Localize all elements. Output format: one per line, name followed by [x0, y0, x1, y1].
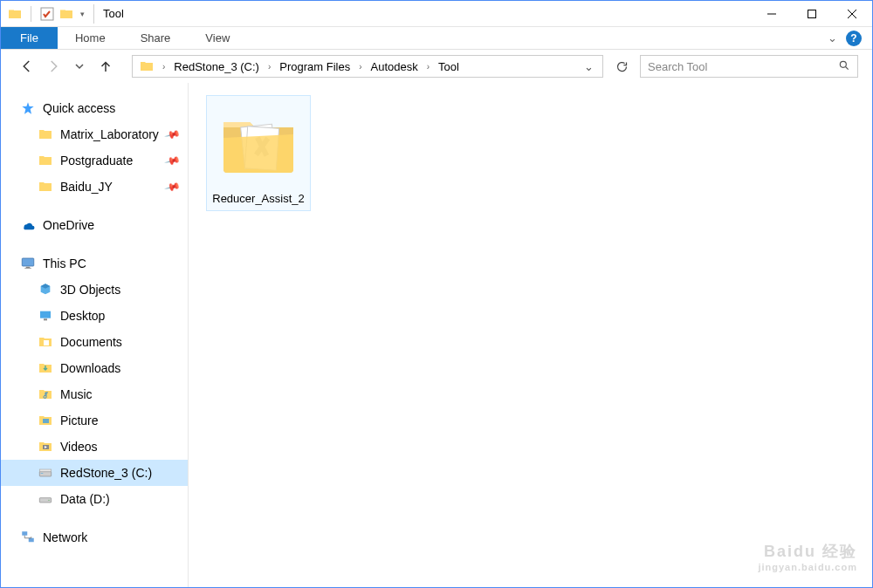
nav-label: Videos	[60, 440, 188, 454]
forward-button[interactable]	[41, 54, 65, 79]
file-tab[interactable]: File	[1, 27, 58, 49]
documents-icon	[38, 334, 53, 350]
breadcrumb[interactable]: › RedStone_3 (C:) › Program Files › Auto…	[132, 55, 603, 78]
pin-icon: 📌	[164, 178, 182, 195]
nav-label: RedStone_3 (C:)	[60, 466, 188, 480]
folder-icon	[59, 7, 73, 21]
nav-3d-objects[interactable]: 3D Objects	[1, 277, 188, 303]
nav-label: Picture	[60, 414, 188, 427]
nav-desktop[interactable]: Desktop	[1, 303, 188, 329]
tab-home[interactable]: Home	[58, 27, 123, 49]
separator	[93, 4, 94, 24]
breadcrumb-segment[interactable]: Tool	[433, 56, 464, 77]
back-button[interactable]	[15, 54, 39, 79]
nav-label: Postgraduate	[60, 154, 159, 168]
nav-network[interactable]: Network	[1, 524, 188, 550]
help-icon[interactable]: ?	[846, 31, 862, 46]
nav-downloads[interactable]: Downloads	[1, 355, 188, 381]
drive-icon	[38, 465, 53, 481]
minimize-button[interactable]	[752, 1, 792, 27]
svg-rect-14	[39, 498, 51, 503]
desktop-icon	[38, 308, 53, 324]
recent-locations-button[interactable]	[67, 54, 92, 79]
refresh-button[interactable]	[608, 55, 635, 78]
content-area: Quick access Matrix_Laboratory 📌 Postgra…	[1, 83, 872, 587]
breadcrumb-segment[interactable]: RedStone_3 (C:)	[168, 56, 265, 77]
search-input[interactable]	[648, 60, 838, 73]
file-list[interactable]: Reducer_Assist_2	[189, 83, 872, 587]
nav-label: Network	[43, 530, 188, 544]
folder-icon	[38, 153, 53, 168]
nav-drive-d[interactable]: Data (D:)	[1, 486, 188, 512]
svg-point-2	[840, 61, 846, 67]
separator	[31, 6, 31, 22]
svg-rect-12	[41, 473, 44, 474]
search-icon[interactable]	[838, 59, 850, 74]
search-box[interactable]	[640, 55, 858, 78]
onedrive-icon	[20, 217, 36, 233]
tab-share[interactable]: Share	[123, 27, 189, 49]
nav-label: Music	[60, 387, 188, 401]
nav-label: This PC	[43, 256, 188, 270]
properties-checkbox-icon[interactable]	[40, 7, 54, 21]
close-button[interactable]	[832, 1, 872, 27]
nav-label: Downloads	[60, 361, 188, 375]
up-button[interactable]	[93, 54, 118, 79]
tab-view[interactable]: View	[188, 27, 247, 49]
chevron-right-icon[interactable]: ›	[265, 56, 274, 77]
ribbon-expand-icon[interactable]: ⌄	[828, 31, 837, 44]
nav-music[interactable]: Music	[1, 381, 188, 407]
svg-rect-11	[39, 472, 51, 476]
3d-objects-icon	[38, 282, 53, 297]
folder-icon	[38, 179, 53, 195]
nav-label: Matrix_Laboratory	[60, 127, 159, 141]
folder-icon	[38, 126, 53, 142]
nav-quick-access-item[interactable]: Postgraduate 📌	[1, 147, 188, 174]
breadcrumb-segment[interactable]: Program Files	[274, 56, 355, 77]
svg-rect-13	[39, 469, 51, 472]
nav-pictures[interactable]: Picture	[1, 407, 188, 434]
nav-videos[interactable]: Videos	[1, 434, 188, 460]
breadcrumb-segment[interactable]: Autodesk	[366, 56, 423, 77]
nav-this-pc[interactable]: This PC	[1, 250, 188, 277]
downloads-icon	[38, 360, 53, 376]
address-bar-row: › RedStone_3 (C:) › Program Files › Auto…	[1, 50, 872, 83]
nav-label: OneDrive	[43, 218, 188, 232]
chevron-right-icon[interactable]: ›	[355, 56, 365, 77]
nav-drive-c[interactable]: RedStone_3 (C:)	[1, 460, 188, 486]
address-dropdown-icon[interactable]: ⌄	[577, 56, 601, 77]
svg-rect-9	[43, 419, 49, 423]
pin-icon: 📌	[164, 152, 182, 169]
svg-rect-8	[44, 340, 49, 345]
svg-rect-16	[22, 531, 27, 536]
window-title: Tool	[103, 7, 124, 20]
qat-customize-icon[interactable]: ▾	[80, 10, 85, 18]
svg-rect-3	[22, 258, 34, 266]
music-icon	[38, 386, 53, 402]
svg-rect-17	[29, 538, 34, 543]
nav-label: Documents	[60, 335, 188, 349]
nav-label: Data (D:)	[60, 492, 188, 506]
chevron-right-icon[interactable]: ›	[159, 56, 168, 77]
nav-quick-access-item[interactable]: Baidu_JY 📌	[1, 174, 188, 200]
folder-icon	[138, 59, 155, 73]
folder-icon	[8, 7, 22, 21]
svg-rect-1	[808, 10, 816, 17]
nav-quick-access-item[interactable]: Matrix_Laboratory 📌	[1, 121, 188, 147]
svg-point-15	[48, 500, 49, 501]
computer-icon	[20, 256, 36, 271]
svg-rect-7	[44, 318, 47, 320]
network-icon	[20, 530, 36, 545]
nav-label: 3D Objects	[60, 283, 188, 297]
nav-documents[interactable]: Documents	[1, 329, 188, 355]
ribbon: File Home Share View ⌄ ?	[1, 27, 872, 50]
nav-label: Quick access	[43, 101, 188, 115]
star-icon	[20, 100, 36, 116]
window-controls	[752, 1, 872, 27]
chevron-right-icon[interactable]: ›	[423, 56, 433, 77]
pin-icon: 📌	[164, 126, 182, 143]
folder-item[interactable]: Reducer_Assist_2	[206, 95, 311, 211]
maximize-button[interactable]	[792, 1, 832, 27]
nav-onedrive[interactable]: OneDrive	[1, 212, 188, 238]
nav-quick-access[interactable]: Quick access	[1, 95, 188, 121]
